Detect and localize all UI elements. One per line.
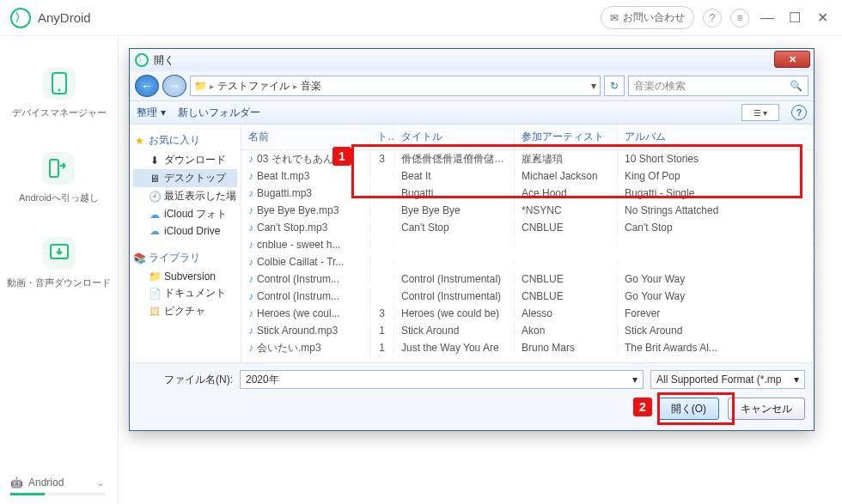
tree-item-pictures[interactable]: 🖼ピクチャ [133,302,237,320]
dialog-close-button[interactable]: ✕ [774,51,810,68]
music-file-icon: ♪ [248,325,253,337]
col-title[interactable]: タイトル [394,124,515,149]
sidebar: デバイスマネージャー Androidへ引っ越し 動画・音声ダウンロード 🤖 An… [0,36,119,504]
table-row[interactable]: ♪Control (Instrum...Control (Instrumenta… [241,288,814,305]
cancel-button[interactable]: キャンセル [728,398,805,420]
close-button[interactable]: ✕ [813,9,832,27]
new-folder-button[interactable]: 新しいフォルダー [178,106,260,120]
col-name[interactable]: 名前 [241,124,370,149]
menu-button[interactable]: ≡ [730,9,749,27]
music-file-icon: ♪ [248,170,253,182]
tree-group-libraries[interactable]: 📚ライブラリ [133,251,237,265]
col-track[interactable]: ト... [370,124,394,149]
music-file-icon: ♪ [248,256,253,268]
folder-tree: ★お気に入り ⬇ダウンロード 🖥デスクトップ 🕘最近表示した場 ☁iCloud … [130,124,241,362]
cloud-icon: ☁ [149,225,161,237]
sidebar-item-label: Androidへ引っ越し [19,191,99,204]
table-row[interactable]: ♪03 それでもあんた...3傦僁傦僁傦還傄傦儲傦儖...嵟嶳壗瑣10 Shor… [241,150,814,167]
device-name: Andriod [28,477,64,489]
desktop-icon: 🖥 [149,173,161,185]
filename-label: ファイル名(N): [138,373,233,387]
mail-icon: ✉ [610,12,619,24]
filename-input[interactable]: 2020年 ▾ [240,370,644,389]
search-input[interactable]: 音楽の検索 🔍 [628,76,808,96]
refresh-button[interactable]: ↻ [604,76,625,96]
col-album[interactable]: アルバム [618,124,814,149]
tree-item-downloads[interactable]: ⬇ダウンロード [133,151,237,169]
library-icon: 📚 [133,252,145,264]
folder-icon: 📄 [149,288,161,300]
file-list: 名前 ト... タイトル 参加アーティスト アルバム ♪03 それでもあんた..… [241,124,814,362]
tree-group-favorites[interactable]: ★お気に入り [133,133,237,148]
recent-icon: 🕘 [149,191,161,203]
table-row[interactable]: ♪Bugatti.mp3BugattiAce HoodBugatti - Sin… [241,185,814,202]
table-row[interactable]: ♪Colbie Caillat - Tr... [241,253,814,270]
breadcrumb[interactable]: 📁 テストファイル 音楽 ▾ [190,76,601,96]
file-open-dialog: 〉 開く ✕ ← → 📁 テストファイル 音楽 ▾ ↻ 音楽の検索 [129,48,815,431]
tree-item-icloud-photo[interactable]: ☁iCloud フォト [133,205,237,223]
organize-menu[interactable]: 整理▾ [137,106,166,120]
sidebar-item-media-download[interactable]: 動画・音声ダウンロード [7,237,111,289]
table-row[interactable]: ♪Control (Instrum...Control (Instrumenta… [241,270,814,288]
table-row[interactable]: ♪Stick Around.mp31Stick AroundAkonStick … [241,322,814,339]
open-button[interactable]: 開く(O) [658,398,719,420]
cloud-icon: ☁ [149,209,161,221]
nav-back-button[interactable]: ← [135,75,159,97]
filter-label: All Supported Format (*.mp [656,373,781,386]
phone-icon [43,67,76,100]
table-row[interactable]: ♪Beat It.mp3Beat ItMichael JacksonKing O… [241,167,814,185]
download-icon: ⬇ [149,155,161,167]
dialog-title: 開く [154,53,174,68]
file-list-header[interactable]: 名前 ト... タイトル 参加アーティスト アルバム [241,124,814,150]
music-file-icon: ♪ [248,273,253,285]
callout-2: 2 [633,398,652,416]
music-file-icon: ♪ [248,153,253,165]
sidebar-item-android-migration[interactable]: Androidへ引っ越し [19,152,99,204]
chevron-down-icon[interactable]: ▾ [632,373,638,386]
minimize-button[interactable]: — [758,9,777,27]
tree-item-desktop[interactable]: 🖥デスクトップ [133,169,237,187]
music-file-icon: ♪ [248,222,253,234]
file-filter-dropdown[interactable]: All Supported Format (*.mp ▾ [650,370,805,389]
help-button[interactable]: ? [703,9,722,27]
table-row[interactable]: ♪cnblue - sweet h... [241,236,814,253]
dialog-app-icon: 〉 [135,53,149,67]
contact-button[interactable]: ✉ お問い合わせ [601,6,694,29]
device-indicator[interactable]: 🤖 Andriod ⌄ [10,477,105,489]
col-artist[interactable]: 参加アーティスト [515,124,618,149]
music-file-icon: ♪ [248,204,253,216]
table-row[interactable]: ♪会いたい.mp31Just the Way You AreBruno Mars… [241,339,814,356]
table-row[interactable]: ♪Bye Bye Bye.mp3Bye Bye Bye*NSYNCNo Stri… [241,202,814,219]
contact-label: お問い合わせ [623,10,685,25]
table-row[interactable]: ♪Heroes (we coul...3Heroes (we could be)… [241,305,814,322]
filename-value: 2020年 [246,373,279,387]
chevron-down-icon: ⌄ [96,477,105,489]
callout-1: 1 [333,147,351,166]
svg-rect-2 [50,160,58,177]
download-icon [43,237,76,270]
table-row[interactable]: ♪Can't Stop.mp3Can't StopCNBLUECan't Sto… [241,219,814,236]
tree-item-icloud-drive[interactable]: ☁iCloud Drive [133,223,237,239]
tree-item-recent[interactable]: 🕘最近表示した場 [133,187,237,205]
android-icon: 🤖 [10,477,23,489]
chevron-down-icon: ▾ [794,373,799,386]
dialog-help-button[interactable]: ? [791,105,807,120]
music-file-icon: ♪ [248,187,253,199]
sidebar-item-label: デバイスマネージャー [12,106,107,119]
breadcrumb-dropdown-icon[interactable]: ▾ [591,80,596,92]
maximize-button[interactable]: ☐ [785,9,804,27]
view-mode-dropdown[interactable]: ☰ ▾ [741,104,779,121]
app-title: AnyDroid [38,10,91,25]
tree-item-documents[interactable]: 📄ドキュメント [133,284,237,302]
sidebar-item-device-manager[interactable]: デバイスマネージャー [12,67,107,119]
music-file-icon: ♪ [248,307,253,319]
music-file-icon: ♪ [248,342,253,354]
search-placeholder: 音楽の検索 [634,79,686,94]
nav-forward-button[interactable]: → [162,75,186,97]
music-file-icon: ♪ [248,239,253,251]
breadcrumb-segment[interactable]: 音楽 [301,79,321,94]
tree-item-subversion[interactable]: 📁Subversion [133,269,237,284]
star-icon: ★ [133,135,145,147]
breadcrumb-segment[interactable]: テストファイル [217,79,290,94]
folder-icon: 📁 [149,270,161,282]
